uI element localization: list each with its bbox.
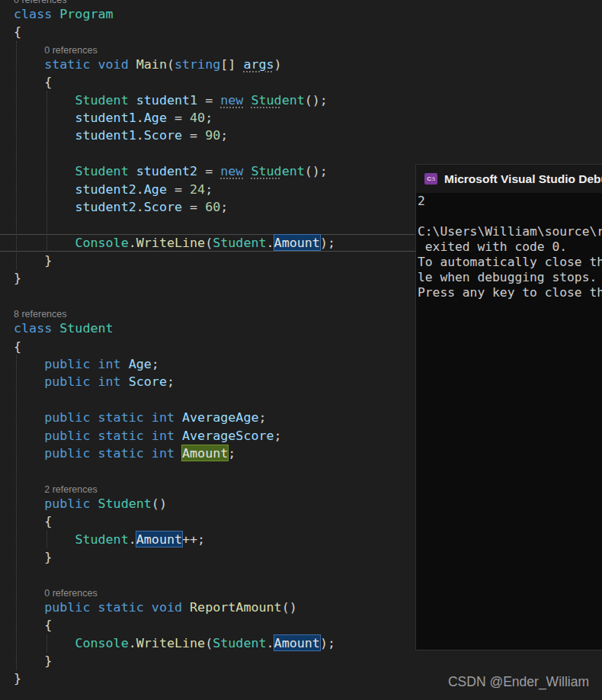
code-token: AverageAge xyxy=(182,409,258,425)
code-line[interactable]: public static int AverageScore; xyxy=(14,427,335,445)
code-token: 60 xyxy=(205,199,220,214)
code-token: Student xyxy=(75,92,128,108)
code-line[interactable]: student1.Score = 90; xyxy=(14,127,335,144)
code-line[interactable]: { xyxy=(14,338,335,355)
code-line[interactable] xyxy=(14,462,335,480)
code-token: public xyxy=(44,409,90,425)
code-token: = xyxy=(182,199,205,214)
code-token xyxy=(14,496,44,511)
code-line[interactable]: class Program xyxy=(14,5,335,23)
code-token xyxy=(14,531,75,547)
code-line[interactable]: } xyxy=(14,252,335,269)
codelens-reference-count[interactable]: 0 references xyxy=(44,584,335,599)
code-token: Console xyxy=(75,635,128,650)
code-line[interactable]: Student.Amount++; xyxy=(14,531,335,548)
code-line[interactable]: { xyxy=(14,23,335,40)
code-token: static xyxy=(98,428,144,443)
code-token xyxy=(14,445,44,461)
code-token xyxy=(90,599,98,615)
code-line[interactable] xyxy=(14,216,335,233)
code-token: { xyxy=(14,24,21,39)
code-token: public xyxy=(44,374,90,389)
code-token: 24 xyxy=(190,181,205,197)
code-token: ; xyxy=(167,374,175,389)
code-line[interactable]: public Student() xyxy=(14,495,335,512)
watermark: CSDN @Ender_William xyxy=(448,674,589,690)
code-line[interactable]: { xyxy=(14,73,335,91)
code-line[interactable]: public int Score; xyxy=(14,373,335,390)
code-line[interactable]: static void Main(string[] args) xyxy=(14,56,335,73)
code-token: new xyxy=(220,92,243,108)
code-token xyxy=(14,56,44,72)
code-token xyxy=(182,599,190,615)
code-token: . xyxy=(129,235,136,250)
code-line[interactable]: student2.Score = 60; xyxy=(14,198,335,216)
code-token: ( xyxy=(205,235,213,250)
code-line[interactable]: public static void ReportAmount() xyxy=(14,599,335,616)
codelens-reference-count[interactable]: 0 references xyxy=(14,0,335,5)
code-line[interactable] xyxy=(14,566,335,583)
code-token: ; xyxy=(205,181,213,197)
code-token xyxy=(90,56,98,72)
code-line[interactable] xyxy=(14,287,335,305)
code-token: Amount xyxy=(136,531,182,547)
code-token: ++; xyxy=(182,531,205,547)
codelens-reference-count[interactable]: 8 references xyxy=(14,305,335,319)
code-token xyxy=(14,599,44,615)
code-line[interactable]: Student student1 = new Student(); xyxy=(14,92,335,109)
code-line[interactable]: { xyxy=(14,616,335,634)
code-token xyxy=(14,92,75,108)
code-token: Score xyxy=(144,199,182,214)
code-token: . xyxy=(136,199,144,214)
code-line[interactable]: class Student xyxy=(14,319,335,337)
code-token: public xyxy=(44,599,90,615)
code-token xyxy=(90,356,98,371)
code-token: int xyxy=(152,409,175,425)
code-line[interactable]: { xyxy=(14,512,335,530)
code-token: class xyxy=(14,320,59,336)
code-token: = xyxy=(197,92,220,108)
code-line[interactable]: Console.WriteLine(Student.Amount); xyxy=(14,634,335,652)
code-line[interactable] xyxy=(14,391,335,409)
codelens-reference-count[interactable]: 0 references xyxy=(44,41,335,56)
code-token: ); xyxy=(320,235,335,250)
code-token: Main xyxy=(136,56,167,72)
code-token: . xyxy=(136,127,144,143)
code-token: Student xyxy=(98,496,152,511)
codelens-reference-count[interactable]: 2 references xyxy=(44,480,335,495)
code-line[interactable]: Console.WriteLine(Student.Amount); xyxy=(14,234,335,252)
code-token: . xyxy=(267,635,274,650)
console-icon[interactable]: C:\ xyxy=(424,173,437,185)
code-line[interactable]: student2.Age = 24; xyxy=(14,181,335,198)
code-line[interactable]: public static int Amount; xyxy=(14,445,335,462)
code-token: ; xyxy=(274,428,282,443)
console-output[interactable]: 2C:\Users\William\source\r exited with c… xyxy=(416,193,602,300)
code-line[interactable]: public int Age; xyxy=(14,355,335,373)
code-line[interactable]: } xyxy=(14,548,335,566)
code-line[interactable]: } xyxy=(14,652,335,669)
code-line[interactable]: } xyxy=(14,269,335,287)
code-token: } xyxy=(14,549,52,564)
code-line[interactable]: public static int AverageAge; xyxy=(14,409,335,426)
code-token: Age xyxy=(144,181,167,197)
code-token: WriteLine xyxy=(136,635,205,650)
code-token xyxy=(90,374,98,389)
code-token: ( xyxy=(167,56,175,72)
code-token: ( xyxy=(205,635,213,650)
code-token xyxy=(175,445,182,461)
debug-console-window[interactable]: C:\ Microsoft Visual Studio Debu 2C:\Use… xyxy=(415,164,602,650)
code-token xyxy=(121,356,129,371)
code-line[interactable]: Student student2 = new Student(); xyxy=(14,162,335,180)
code-line[interactable]: } xyxy=(14,669,335,687)
code-token xyxy=(14,635,75,650)
code-line[interactable] xyxy=(14,145,335,162)
code-token: public xyxy=(44,356,90,371)
code-line[interactable]: student1.Age = 40; xyxy=(14,109,335,127)
code-token: = xyxy=(167,110,190,125)
code-token: Student xyxy=(213,235,266,250)
code-token: Student xyxy=(75,163,128,178)
code-token xyxy=(90,409,98,425)
code-token: ent xyxy=(282,92,305,108)
code-lines[interactable]: 0 referencesclass Program{0 references s… xyxy=(0,0,335,688)
console-titlebar[interactable]: C:\ Microsoft Visual Studio Debu xyxy=(416,165,602,193)
